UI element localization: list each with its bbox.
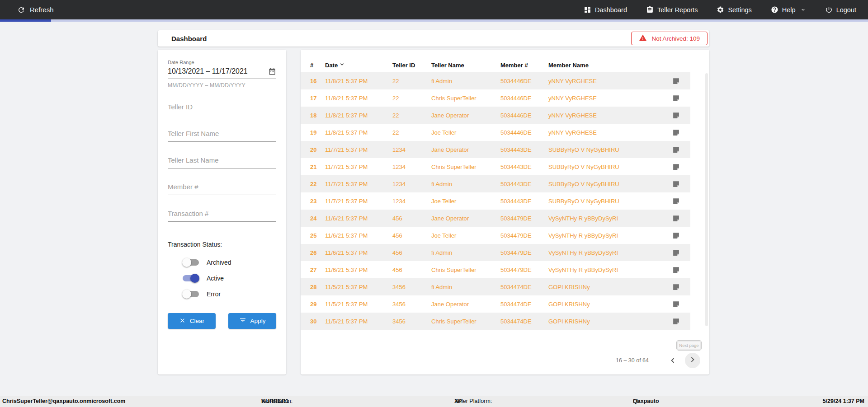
note-icon[interactable]	[672, 163, 680, 171]
cell-teller-id: 3456	[392, 301, 431, 308]
table-row[interactable]: 17 11/8/21 5:37 PM 22 Chris SuperTeller …	[301, 89, 690, 107]
cell-teller-name: Chris SuperTeller	[431, 95, 500, 102]
note-icon[interactable]	[672, 300, 680, 308]
col-header-teller-name[interactable]: Teller Name	[431, 62, 500, 69]
note-icon[interactable]	[672, 266, 680, 274]
note-icon[interactable]	[672, 215, 680, 222]
table-row[interactable]: 20 11/7/21 5:37 PM 1234 Jane Operator 50…	[301, 141, 690, 158]
member-number-input[interactable]	[168, 181, 276, 195]
cell-date: 11/8/21 5:37 PM	[325, 129, 392, 136]
cell-member-number: 5034446DE	[500, 78, 548, 84]
note-icon[interactable]	[672, 249, 680, 257]
refresh-label: Refresh	[30, 6, 54, 14]
cell-member-number: 5034443DE	[500, 198, 548, 205]
toggle-knob	[182, 290, 191, 299]
toggle-error[interactable]: Error	[183, 290, 276, 299]
fi-label: FI:	[633, 396, 640, 407]
cell-row-number: 28	[310, 284, 325, 290]
cell-teller-name: Chris SuperTeller	[431, 267, 500, 273]
cell-member-name: GOPI KRISHNy	[548, 318, 672, 325]
cell-row-number: 20	[310, 146, 325, 153]
previous-page-button[interactable]	[668, 356, 678, 365]
cell-date: 11/7/21 5:37 PM	[325, 181, 392, 187]
member-number-field	[168, 181, 276, 195]
teller-id-input[interactable]	[168, 101, 276, 115]
table-row[interactable]: 24 11/6/21 5:37 PM 456 Jane Operator 503…	[301, 210, 690, 227]
cell-teller-id: 1234	[392, 146, 431, 153]
toggle-active[interactable]: Active	[183, 274, 276, 283]
workstation-label: Workstation:	[261, 396, 292, 407]
chevron-down-icon	[800, 7, 806, 13]
table-row[interactable]: 25 11/6/21 5:37 PM 456 Joe Teller 503447…	[301, 227, 690, 244]
note-icon[interactable]	[672, 94, 680, 102]
results-panel: # Date Teller ID Teller Name Member # Me…	[301, 50, 709, 374]
cell-member-name: VySyNTHy R yBByDySyRI	[548, 232, 672, 239]
table-row[interactable]: 18 11/8/21 5:37 PM 22 Jane Operator 5034…	[301, 107, 690, 124]
col-header-member-name[interactable]: Member Name	[548, 62, 672, 69]
cell-teller-name: fi Admin	[431, 284, 500, 290]
table-scrollbar[interactable]	[705, 73, 708, 326]
not-archived-badge[interactable]: Not Archived: 109	[631, 32, 708, 45]
cell-date: 11/6/21 5:37 PM	[325, 215, 392, 222]
teller-last-name-input[interactable]	[168, 154, 276, 168]
cell-row-number: 18	[310, 112, 325, 119]
note-icon[interactable]	[672, 129, 680, 136]
cell-member-name: SUBByRyO V NyGyBHIRU	[548, 198, 672, 205]
apply-button[interactable]: Apply	[228, 313, 276, 329]
date-range-hint: MM/DD/YYYY – MM/DD/YYYY	[168, 82, 276, 89]
table-row[interactable]: 27 11/6/21 5:37 PM 456 Chris SuperTeller…	[301, 261, 690, 278]
note-icon[interactable]	[672, 232, 680, 239]
table-row[interactable]: 30 11/5/21 5:37 PM 3456 Chris SuperTelle…	[301, 313, 690, 330]
table-row[interactable]: 23 11/7/21 5:37 PM 1234 Joe Teller 50344…	[301, 192, 690, 210]
cell-member-number: 5034479DE	[500, 215, 548, 222]
clear-button[interactable]: Clear	[168, 313, 216, 329]
calendar-icon[interactable]	[268, 67, 276, 75]
teller-last-name-field	[168, 154, 276, 168]
refresh-button[interactable]: Refresh	[0, 6, 54, 14]
col-header-number[interactable]: #	[310, 62, 325, 69]
table-row[interactable]: 29 11/5/21 5:37 PM 3456 Jane Operator 50…	[301, 295, 690, 313]
cell-date: 11/8/21 5:37 PM	[325, 112, 392, 119]
cell-teller-name: fi Admin	[431, 249, 500, 256]
table-row[interactable]: 19 11/8/21 5:37 PM 22 Joe Teller 5034446…	[301, 124, 690, 141]
nav-settings[interactable]: Settings	[717, 6, 751, 14]
cell-row-number: 27	[310, 267, 325, 273]
nav-logout-label: Logout	[836, 6, 856, 14]
toggle-active-track	[183, 275, 199, 281]
note-icon[interactable]	[672, 146, 680, 154]
cell-date: 11/6/21 5:37 PM	[325, 232, 392, 239]
nav-help[interactable]: Help	[771, 6, 806, 14]
toggle-archived[interactable]: Archived	[183, 258, 276, 267]
cell-member-number: 5034474DE	[500, 284, 548, 290]
next-page-button[interactable]	[685, 353, 700, 368]
status-bar: ChrisSuperTeller@qaxpauto.onmicrosoft.co…	[0, 396, 868, 407]
table-row[interactable]: 21 11/7/21 5:37 PM 1234 Chris SuperTelle…	[301, 158, 690, 175]
col-header-teller-id[interactable]: Teller ID	[392, 62, 431, 69]
logout-power-icon	[825, 6, 833, 14]
table-row[interactable]: 26 11/6/21 5:37 PM 456 fi Admin 5034479D…	[301, 244, 690, 261]
cell-date: 11/5/21 5:37 PM	[325, 284, 392, 290]
nav-teller-reports[interactable]: Teller Reports	[646, 6, 698, 14]
table-row[interactable]: 28 11/5/21 5:37 PM 3456 fi Admin 5034474…	[301, 278, 690, 295]
transaction-number-input[interactable]	[168, 208, 276, 222]
note-icon[interactable]	[672, 180, 680, 188]
col-header-member-number[interactable]: Member #	[500, 62, 548, 69]
nav-dashboard[interactable]: Dashboard	[584, 6, 627, 14]
help-icon	[771, 6, 778, 14]
date-range-input[interactable]	[168, 67, 268, 75]
table-row[interactable]: 22 11/7/21 5:37 PM 1234 fi Admin 5034443…	[301, 175, 690, 192]
note-icon[interactable]	[672, 283, 680, 291]
platform-label: Teller Platform:	[454, 396, 492, 407]
cell-teller-name: Jane Operator	[431, 215, 500, 222]
table-row[interactable]: 16 11/8/21 5:37 PM 22 fi Admin 5034446DE…	[301, 72, 690, 89]
col-header-date[interactable]: Date	[325, 61, 392, 69]
apply-button-label: Apply	[250, 318, 266, 324]
cell-teller-name: Jane Operator	[431, 112, 500, 119]
note-icon[interactable]	[672, 197, 680, 205]
note-icon[interactable]	[672, 318, 680, 325]
note-icon[interactable]	[672, 77, 680, 85]
teller-first-name-input[interactable]	[168, 128, 276, 142]
nav-logout[interactable]: Logout	[825, 6, 856, 14]
note-icon[interactable]	[672, 112, 680, 119]
teller-first-name-field	[168, 128, 276, 142]
